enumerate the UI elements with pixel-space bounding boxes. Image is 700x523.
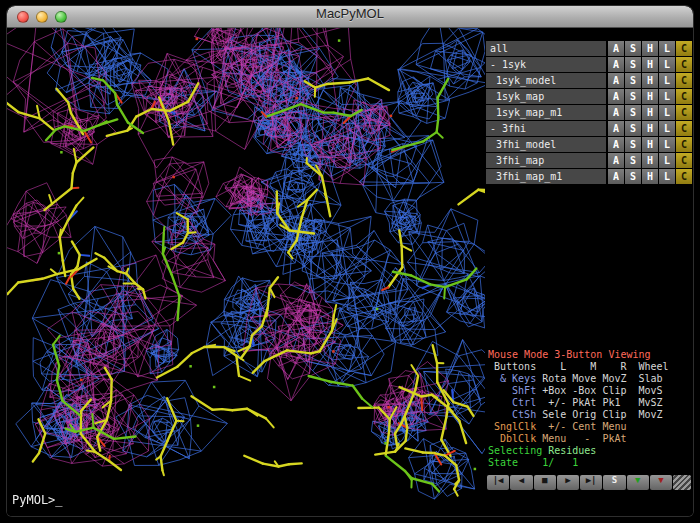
vcr-step-back-button[interactable]: ◀: [510, 475, 532, 490]
prompt-label: PyMOL>: [12, 493, 55, 507]
object-row: 3fhi_map_m1ASHLC: [486, 169, 692, 184]
object-row: 1syk_map_m1ASHLC: [486, 105, 692, 120]
molecular-viewport[interactable]: PyMOL>_: [7, 28, 485, 516]
mouse-row-ctsh: CtSh Sele Orig Clip MovZ: [488, 409, 692, 421]
object-row: 3fhi_modelASHLC: [486, 137, 692, 152]
show-button[interactable]: S: [625, 137, 641, 152]
mouse-row-buttons: Buttons L M R Wheel: [488, 361, 692, 373]
action-button[interactable]: A: [608, 89, 624, 104]
hide-button[interactable]: H: [642, 169, 658, 184]
vcr-go-start-button[interactable]: |◀: [487, 475, 509, 490]
mouse-row-keys: & Keys Rota Move MovZ Slab: [488, 373, 692, 385]
color-button[interactable]: C: [676, 41, 692, 56]
color-button[interactable]: C: [676, 153, 692, 168]
label-button[interactable]: L: [659, 41, 675, 56]
mouse-mode-title[interactable]: Mouse Mode 3-Button Viewing: [488, 349, 692, 361]
object-name[interactable]: 1syk_model: [486, 73, 606, 88]
color-button[interactable]: C: [676, 73, 692, 88]
action-button[interactable]: A: [608, 57, 624, 72]
vcr-play-button[interactable]: ▶: [557, 475, 579, 490]
text-cursor: _: [55, 493, 62, 507]
viewport-canvas[interactable]: [7, 28, 485, 516]
label-button[interactable]: L: [659, 121, 675, 136]
action-button[interactable]: A: [608, 153, 624, 168]
selecting-row: Selecting Residues: [488, 445, 692, 457]
label-button[interactable]: L: [659, 57, 675, 72]
vcr-reverse-button[interactable]: ▼: [650, 475, 672, 490]
hide-button[interactable]: H: [642, 57, 658, 72]
object-name[interactable]: - 3fhi: [486, 121, 606, 136]
vcr-go-end-button[interactable]: ▶|: [580, 475, 602, 490]
hide-button[interactable]: H: [642, 73, 658, 88]
show-button[interactable]: S: [625, 73, 641, 88]
main-content: PyMOL>_ allASHLC- 1sykASHLC1syk_modelASH…: [7, 28, 693, 516]
object-name[interactable]: - 1syk: [486, 57, 606, 72]
color-button[interactable]: C: [676, 121, 692, 136]
mouse-row-snglclk: SnglClk +/- Cent Menu: [488, 421, 692, 433]
command-prompt[interactable]: PyMOL>_: [12, 493, 63, 507]
hide-button[interactable]: H: [642, 89, 658, 104]
color-button[interactable]: C: [676, 57, 692, 72]
show-button[interactable]: S: [625, 41, 641, 56]
vcr-scene-button[interactable]: S: [603, 475, 625, 490]
color-button[interactable]: C: [676, 137, 692, 152]
action-button[interactable]: A: [608, 137, 624, 152]
object-name[interactable]: 3fhi_map_m1: [486, 169, 606, 184]
mouse-row-dblclk: DblClk Menu - PkAt: [488, 433, 692, 445]
action-button[interactable]: A: [608, 73, 624, 88]
state-row: State 1/ 1: [488, 457, 692, 469]
show-button[interactable]: S: [625, 169, 641, 184]
object-list: allASHLC- 1sykASHLC1syk_modelASHLC1syk_m…: [486, 41, 692, 185]
object-row: - 1sykASHLC: [486, 57, 692, 72]
show-button[interactable]: S: [625, 105, 641, 120]
hide-button[interactable]: H: [642, 41, 658, 56]
show-button[interactable]: S: [625, 89, 641, 104]
state-value: 1/ 1: [524, 457, 578, 468]
object-row: 3fhi_mapASHLC: [486, 153, 692, 168]
action-button[interactable]: A: [608, 121, 624, 136]
color-button[interactable]: C: [676, 105, 692, 120]
action-button[interactable]: A: [608, 41, 624, 56]
macpymol-window: MacPyMOL PyMOL>_ allASHLC- 1sykASHLC1syk…: [7, 6, 693, 516]
panel-spacer: [486, 185, 692, 349]
window-title: MacPyMOL: [7, 6, 693, 28]
object-name[interactable]: 1syk_map_m1: [486, 105, 606, 120]
object-name[interactable]: 3fhi_model: [486, 137, 606, 152]
show-button[interactable]: S: [625, 57, 641, 72]
show-button[interactable]: S: [625, 121, 641, 136]
vcr-stop-button[interactable]: ■: [534, 475, 556, 490]
hide-button[interactable]: H: [642, 137, 658, 152]
movie-controls: |◀◀■▶▶|S▼▼: [486, 475, 692, 490]
object-name[interactable]: 1syk_map: [486, 89, 606, 104]
title-bar[interactable]: MacPyMOL: [7, 6, 693, 28]
object-name[interactable]: 3fhi_map: [486, 153, 606, 168]
action-button[interactable]: A: [608, 169, 624, 184]
hide-button[interactable]: H: [642, 153, 658, 168]
object-row: - 3fhiASHLC: [486, 121, 692, 136]
control-panel: allASHLC- 1sykASHLC1syk_modelASHLC1syk_m…: [485, 28, 693, 516]
hide-button[interactable]: H: [642, 105, 658, 120]
object-row: allASHLC: [486, 41, 692, 56]
vcr-forward-button[interactable]: ▼: [627, 475, 649, 490]
color-button[interactable]: C: [676, 169, 692, 184]
label-button[interactable]: L: [659, 73, 675, 88]
label-button[interactable]: L: [659, 137, 675, 152]
label-button[interactable]: L: [659, 153, 675, 168]
object-name[interactable]: all: [486, 41, 606, 56]
color-button[interactable]: C: [676, 89, 692, 104]
label-button[interactable]: L: [659, 89, 675, 104]
label-button[interactable]: L: [659, 169, 675, 184]
hide-button[interactable]: H: [642, 121, 658, 136]
mouse-mode-panel: Mouse Mode 3-Button Viewing Buttons L M …: [486, 349, 692, 469]
object-row: 1syk_mapASHLC: [486, 89, 692, 104]
selecting-mode-value[interactable]: Residues: [548, 445, 596, 456]
action-button[interactable]: A: [608, 105, 624, 120]
label-button[interactable]: L: [659, 105, 675, 120]
resize-grip[interactable]: [673, 475, 691, 490]
mouse-row-shift: ShFt +Box -Box Clip MovS: [488, 385, 692, 397]
mouse-row-ctrl: Ctrl +/- PkAt Pk1 MvSZ: [488, 397, 692, 409]
show-button[interactable]: S: [625, 153, 641, 168]
object-row: 1syk_modelASHLC: [486, 73, 692, 88]
